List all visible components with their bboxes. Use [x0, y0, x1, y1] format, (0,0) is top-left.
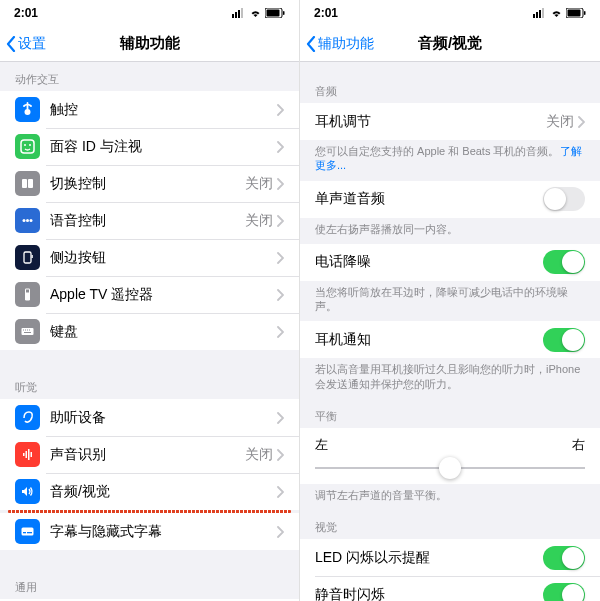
- row-audio-visual[interactable]: 音频/视觉: [0, 473, 299, 510]
- signal-icon: [533, 8, 547, 18]
- row-keyboard[interactable]: 键盘: [0, 313, 299, 350]
- svg-rect-31: [23, 532, 26, 533]
- nav-bar: 设置 辅助功能: [0, 26, 299, 62]
- svg-rect-40: [536, 12, 538, 18]
- chevron-right-icon: [277, 178, 284, 190]
- nav-back-button[interactable]: 设置: [0, 35, 46, 53]
- chevron-right-icon: [277, 252, 284, 264]
- row-headphone-notify[interactable]: 耳机通知: [300, 321, 600, 358]
- balance-slider[interactable]: [315, 458, 585, 478]
- svg-rect-11: [22, 179, 27, 188]
- section-header: 音频: [300, 74, 600, 103]
- svg-rect-6: [283, 11, 285, 15]
- toggle-mono-audio[interactable]: [543, 187, 585, 211]
- row-headphone-adjust[interactable]: 耳机调节 关闭: [300, 103, 600, 140]
- section-header: 动作交互: [0, 62, 299, 91]
- row-label: 单声道音频: [315, 190, 543, 208]
- row-flash-on-silent[interactable]: 静音时闪烁: [300, 576, 600, 601]
- svg-rect-0: [232, 14, 234, 18]
- switch-control-icon: [15, 171, 40, 196]
- svg-rect-42: [542, 8, 544, 18]
- row-value: 关闭: [245, 212, 273, 230]
- status-time: 2:01: [14, 6, 38, 20]
- row-group: 耳机通知: [300, 321, 600, 358]
- keyboard-icon: [15, 319, 40, 344]
- chevron-right-icon: [277, 104, 284, 116]
- chevron-right-icon: [277, 412, 284, 424]
- toggle-headphone-notify[interactable]: [543, 328, 585, 352]
- svg-rect-32: [27, 532, 32, 533]
- row-label: 助听设备: [50, 409, 277, 427]
- row-switch-control[interactable]: 切换控制 关闭: [0, 165, 299, 202]
- subtitles-icon: [15, 519, 40, 544]
- svg-rect-19: [26, 290, 29, 293]
- svg-point-10: [29, 144, 31, 146]
- svg-rect-23: [27, 330, 28, 331]
- section-footer: 使左右扬声器播放同一内容。: [300, 218, 600, 244]
- row-group: LED 闪烁以示提醒 静音时闪烁: [300, 539, 600, 601]
- row-group: 字幕与隐藏式字幕: [0, 513, 299, 550]
- side-button-icon: [15, 245, 40, 270]
- section-header: 视觉: [300, 510, 600, 539]
- balance-right-label: 右: [572, 436, 585, 454]
- row-sound-recognition[interactable]: 声音识别 关闭: [0, 436, 299, 473]
- row-phone-noise-cancel[interactable]: 电话降噪: [300, 244, 600, 281]
- section-header: 听觉: [0, 370, 299, 399]
- chevron-left-icon: [306, 36, 316, 52]
- svg-rect-1: [235, 12, 237, 18]
- svg-rect-5: [267, 10, 280, 17]
- voice-control-icon: [15, 208, 40, 233]
- svg-rect-22: [25, 330, 26, 331]
- nav-back-button[interactable]: 辅助功能: [300, 35, 374, 53]
- row-mono-audio[interactable]: 单声道音频: [300, 181, 600, 218]
- chevron-right-icon: [277, 215, 284, 227]
- nav-bar: 辅助功能 音频/视觉: [300, 26, 600, 62]
- row-side-button[interactable]: 侧边按钮: [0, 239, 299, 276]
- screen-accessibility: 2:01 设置 辅助功能 动作交互 触控 面容 ID 与注视 切换控制 关闭: [0, 0, 300, 601]
- appletv-remote-icon: [15, 282, 40, 307]
- toggle-led-flash[interactable]: [543, 546, 585, 570]
- row-group: 耳机调节 关闭: [300, 103, 600, 140]
- slider-thumb[interactable]: [439, 457, 461, 479]
- row-faceid[interactable]: 面容 ID 与注视: [0, 128, 299, 165]
- row-label: 静音时闪烁: [315, 586, 543, 601]
- screen-audio-visual: 2:01 辅助功能 音频/视觉 音频 耳机调节 关闭 您可以自定您支持的 App…: [300, 0, 600, 601]
- svg-rect-21: [23, 330, 24, 331]
- row-voice-control[interactable]: 语音控制 关闭: [0, 202, 299, 239]
- row-label: LED 闪烁以示提醒: [315, 549, 543, 567]
- svg-point-15: [30, 219, 33, 222]
- section-header: 平衡: [300, 399, 600, 428]
- toggle-phone-noise-cancel[interactable]: [543, 250, 585, 274]
- svg-rect-2: [238, 10, 240, 18]
- row-group: 助听设备 声音识别 关闭 音频/视觉: [0, 399, 299, 510]
- section-header: 通用: [0, 570, 299, 599]
- svg-point-9: [24, 144, 26, 146]
- wifi-icon: [249, 8, 262, 18]
- section-footer: 调节左右声道的音量平衡。: [300, 484, 600, 510]
- row-label: 键盘: [50, 323, 277, 341]
- svg-rect-25: [24, 332, 31, 333]
- svg-rect-17: [32, 255, 33, 258]
- row-value: 关闭: [546, 113, 574, 131]
- svg-rect-39: [533, 14, 535, 18]
- row-label: 音频/视觉: [50, 483, 277, 501]
- row-label: 触控: [50, 101, 277, 119]
- svg-rect-3: [241, 8, 243, 18]
- row-group: 单声道音频: [300, 181, 600, 218]
- chevron-right-icon: [578, 116, 585, 128]
- svg-rect-28: [28, 449, 30, 460]
- row-touch[interactable]: 触控: [0, 91, 299, 128]
- chevron-right-icon: [277, 141, 284, 153]
- row-group: 电话降噪: [300, 244, 600, 281]
- row-subtitles[interactable]: 字幕与隐藏式字幕: [0, 513, 299, 550]
- battery-icon: [265, 8, 285, 18]
- toggle-flash-on-silent[interactable]: [543, 583, 585, 601]
- row-label: 字幕与隐藏式字幕: [50, 523, 277, 541]
- chevron-right-icon: [277, 326, 284, 338]
- svg-rect-29: [31, 452, 33, 457]
- status-bar: 2:01: [300, 0, 600, 26]
- row-led-flash[interactable]: LED 闪烁以示提醒: [300, 539, 600, 576]
- row-hearing-devices[interactable]: 助听设备: [0, 399, 299, 436]
- row-appletv-remote[interactable]: Apple TV 遥控器: [0, 276, 299, 313]
- status-icons: [533, 8, 586, 18]
